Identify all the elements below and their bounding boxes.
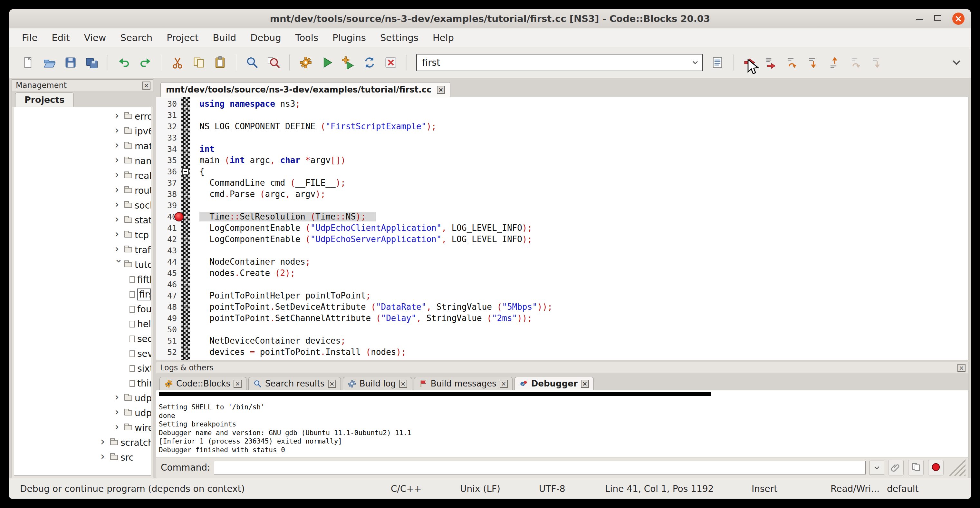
tree-item-first-cc[interactable]: first.cc [14, 287, 151, 302]
breakpoint-marker[interactable] [174, 212, 184, 221]
menu-project[interactable]: Project [159, 32, 205, 43]
line-number[interactable]: 30 [156, 98, 181, 110]
tree-item-tcp[interactable]: ›tcp [14, 228, 151, 242]
code-line[interactable]: 37 CommandLine cmd (__FILE__); [156, 177, 968, 189]
tree-item-tutorial[interactable]: ›tutorial [14, 257, 151, 272]
editor-tab[interactable]: mnt/dev/tools/source/ns-3-dev/examples/t… [161, 82, 450, 97]
code-line[interactable]: 41 LogComponentEnable ("UdpEchoClientApp… [156, 222, 968, 234]
rebuild-button[interactable] [360, 53, 379, 72]
line-number[interactable]: 42 [156, 234, 181, 245]
code-line[interactable]: 36{ [156, 166, 968, 177]
management-close-icon[interactable]: × [142, 81, 150, 89]
chevron-collapsed-icon[interactable]: › [115, 139, 124, 150]
run-to-cursor-button[interactable] [762, 53, 780, 72]
build-target-select[interactable]: first [416, 54, 703, 71]
chevron-collapsed-icon[interactable]: › [115, 124, 124, 135]
chevron-collapsed-icon[interactable]: › [115, 154, 124, 165]
tree-item-routing[interactable]: ›routing [14, 183, 151, 198]
step-into-button[interactable] [804, 53, 823, 72]
menu-edit[interactable]: Edit [45, 32, 77, 43]
titlebar[interactable]: mnt/dev/tools/source/ns-3-dev/examples/t… [9, 9, 971, 29]
code-line[interactable]: 48 pointToPoint.SetDeviceAttribute ("Dat… [156, 301, 968, 313]
tree-item-seventh-cc[interactable]: seventh.cc [14, 346, 151, 361]
tree-item-matrix-topology[interactable]: ›matrix-topology [14, 139, 151, 153]
chevron-collapsed-icon[interactable]: › [115, 421, 124, 432]
code-line[interactable]: 33 [156, 132, 968, 143]
command-history-dropdown[interactable] [870, 460, 884, 475]
menu-settings[interactable]: Settings [373, 32, 426, 43]
line-number[interactable]: 46 [156, 279, 181, 290]
code-line[interactable]: 34int [156, 143, 968, 155]
code-line[interactable]: 39 [156, 200, 968, 211]
run-button[interactable] [318, 53, 336, 72]
code-line[interactable]: 31 [156, 110, 968, 121]
tree-item-sixth-cc[interactable]: sixth.cc [14, 361, 151, 376]
code-line[interactable]: 50 [156, 324, 968, 335]
tree-item-socket[interactable]: ›socket [14, 198, 151, 213]
line-number[interactable]: 33 [156, 132, 181, 143]
log-tab-close-icon[interactable]: × [234, 380, 242, 388]
chevron-collapsed-icon[interactable]: › [115, 243, 124, 254]
code-line[interactable]: 30using namespace ns3; [156, 98, 968, 110]
minimize-button[interactable] [916, 16, 923, 22]
log-tab-close-icon[interactable]: × [399, 380, 407, 388]
line-number[interactable]: 35 [156, 155, 181, 166]
log-tab-close-icon[interactable]: × [581, 380, 589, 388]
log-tab-code-blocks[interactable]: Code::Blocks× [159, 377, 247, 390]
log-tab-build-log[interactable]: Build log× [343, 377, 412, 390]
tree-item-udp[interactable]: ›udp [14, 391, 151, 406]
code-line[interactable]: 35main (int argc, char *argv[]) [156, 155, 968, 166]
line-number[interactable]: 37 [156, 177, 181, 189]
code-line[interactable]: 40 Time::SetResolution (Time::NS); [156, 211, 968, 222]
code-line[interactable]: 51 NetDeviceContainer devices; [156, 335, 968, 347]
line-number[interactable]: 36 [156, 166, 181, 177]
step-into-instruction-button[interactable] [868, 53, 886, 72]
stop-debugger-button[interactable] [928, 460, 943, 475]
menu-search[interactable]: Search [113, 32, 160, 43]
redo-button[interactable] [136, 53, 154, 72]
menu-tools[interactable]: Tools [288, 32, 325, 43]
line-number[interactable]: 43 [156, 245, 181, 256]
code-line[interactable]: 44 NodeContainer nodes; [156, 256, 968, 268]
chevron-collapsed-icon[interactable]: › [115, 110, 124, 121]
tree-item-stats[interactable]: ›stats [14, 213, 151, 228]
undo-button[interactable] [115, 53, 134, 72]
chevron-collapsed-icon[interactable]: › [115, 169, 124, 180]
chevron-collapsed-icon[interactable]: › [115, 184, 124, 195]
close-button[interactable]: × [952, 13, 964, 25]
line-number[interactable]: 31 [156, 110, 181, 121]
code-line[interactable]: 45 nodes.Create (2); [156, 268, 968, 279]
tree-item-traffic-control[interactable]: ›traffic-control [14, 242, 151, 257]
copy-button[interactable] [189, 53, 208, 72]
next-line-button[interactable] [783, 53, 802, 72]
log-tab-debugger[interactable]: Debugger× [514, 377, 594, 390]
code-line[interactable]: 43 [156, 245, 968, 256]
tab-projects[interactable]: Projects [15, 92, 74, 107]
tree-item-naming[interactable]: ›naming [14, 153, 151, 168]
code-line[interactable]: 52 devices = pointToPoint.Install (nodes… [156, 347, 968, 358]
tree-item-second-cc[interactable]: second.cc [14, 331, 151, 346]
menu-file[interactable]: File [15, 32, 45, 43]
code-line[interactable]: 49 pointToPoint.SetChannelAttribute ("De… [156, 313, 968, 324]
chevron-collapsed-icon[interactable]: › [100, 436, 110, 447]
debug-continue-button[interactable] [740, 53, 759, 72]
chevron-expanded-icon[interactable]: › [114, 259, 125, 268]
editor-tab-close-icon[interactable]: × [437, 86, 445, 94]
tree-item-hello-simulator-cc[interactable]: hello-simulator.cc [14, 317, 151, 331]
code-line[interactable]: 42 LogComponentEnable ("UdpEchoServerApp… [156, 234, 968, 245]
line-number[interactable]: 39 [156, 200, 181, 211]
save-file-button[interactable] [61, 53, 80, 72]
chevron-collapsed-icon[interactable]: › [100, 451, 110, 462]
chevron-collapsed-icon[interactable]: › [115, 228, 124, 239]
line-number[interactable]: 52 [156, 347, 181, 358]
toolbar-overflow-button[interactable] [947, 53, 966, 72]
line-number[interactable]: 47 [156, 290, 181, 301]
next-instruction-button[interactable] [846, 53, 865, 72]
line-number[interactable]: 38 [156, 189, 181, 200]
open-file-button[interactable] [40, 53, 59, 72]
build-button[interactable] [296, 53, 315, 72]
tree-item-scratch[interactable]: ›scratch [14, 435, 151, 450]
code-line[interactable]: 47 PointToPointHelper pointToPoint; [156, 290, 968, 301]
tree-item-fifth-cc[interactable]: fifth.cc [14, 272, 151, 287]
paste-button[interactable] [211, 53, 229, 72]
